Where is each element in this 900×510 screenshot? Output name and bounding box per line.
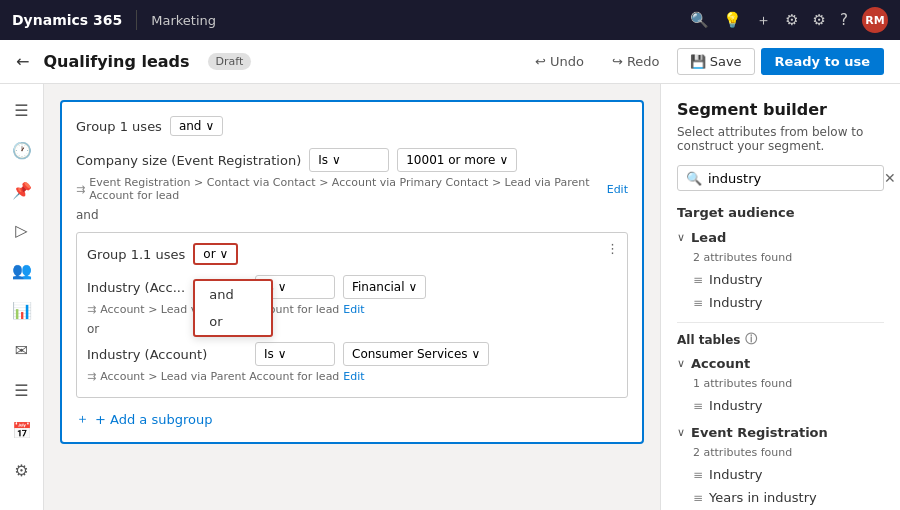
group1-operator-dropdown[interactable]: and ∨ xyxy=(170,116,223,136)
path1-text: Event Registration > Contact via Contact… xyxy=(89,176,602,202)
filter-icon[interactable]: ⚙ xyxy=(785,11,798,29)
condition3-op-select[interactable]: Is ∨ xyxy=(255,342,335,366)
back-button[interactable]: ← xyxy=(16,52,29,71)
event-section-header[interactable]: ∨ Event Registration xyxy=(677,423,884,442)
attribute-icon2: ≡ xyxy=(693,296,703,310)
operator-dropdown-popup: and or xyxy=(193,279,273,337)
subgroup-operator-container: or ∨ and or xyxy=(193,243,238,265)
path3-edit-link[interactable]: Edit xyxy=(343,370,364,383)
path-icon: ⇉ xyxy=(76,183,85,196)
user-avatar[interactable]: RM xyxy=(862,7,888,33)
chevron-down-icon: ∨ xyxy=(499,153,508,167)
subgroup-more-menu[interactable]: ⋮ xyxy=(606,241,619,256)
subgroup1-header: Group 1.1 uses or ∨ and or ⋮ xyxy=(87,243,617,265)
condition2-row: Industry (Acc... Is ∨ Financial ∨ xyxy=(87,275,617,299)
chevron-down-icon: ∨ xyxy=(278,347,287,361)
group1-label: Group 1 uses xyxy=(76,119,162,134)
attribute-icon: ≡ xyxy=(693,273,703,287)
help-icon[interactable]: ? xyxy=(840,11,848,29)
search-box[interactable]: 🔍 ✕ xyxy=(677,165,884,191)
top-navigation: Dynamics 365 Marketing 🔍 💡 ＋ ⚙ ⚙ ? RM xyxy=(0,0,900,40)
path3-text: Account > Lead via Parent Account for le… xyxy=(100,370,339,383)
sidebar-home-icon[interactable]: ☰ xyxy=(4,92,40,128)
account-chevron-icon: ∨ xyxy=(677,357,685,370)
nav-icons: 🔍 💡 ＋ ⚙ ⚙ ? RM xyxy=(690,7,888,33)
ready-to-use-button[interactable]: Ready to use xyxy=(761,48,884,75)
account-section-header[interactable]: ∨ Account xyxy=(677,354,884,373)
lightbulb-icon[interactable]: 💡 xyxy=(723,11,742,29)
sidebar-nav1-icon[interactable]: ▷ xyxy=(4,212,40,248)
chevron-down-icon: ∨ xyxy=(409,280,418,294)
account-count: 1 attributes found xyxy=(677,377,884,390)
path2-row: ⇉ Account > Lead via Parent Account for … xyxy=(87,303,617,316)
event-years-item[interactable]: ≡ Years in industry xyxy=(677,486,884,509)
lead-section-title: Lead xyxy=(691,230,726,245)
sidebar-list-icon[interactable]: ☰ xyxy=(4,372,40,408)
main-area: ☰ 🕐 📌 ▷ 👥 📊 ✉ ☰ 📅 ⚙ Group 1 uses and ∨ C… xyxy=(0,84,900,510)
save-button[interactable]: 💾 Save xyxy=(677,48,755,75)
chevron-down-icon: ∨ xyxy=(205,119,214,133)
sidebar-settings2-icon[interactable]: ⚙ xyxy=(4,452,40,488)
dropdown-item-and[interactable]: and xyxy=(195,281,271,308)
segment-card: Group 1 uses and ∨ Company size (Event R… xyxy=(60,100,644,444)
condition3-row: Industry (Account) Is ∨ Consumer Service… xyxy=(87,342,617,366)
group1-header: Group 1 uses and ∨ xyxy=(76,116,628,136)
lead-industry-item-1[interactable]: ≡ Industry xyxy=(677,268,884,291)
condition2-val[interactable]: Financial ∨ xyxy=(343,275,426,299)
sidebar-recent-icon[interactable]: 🕐 xyxy=(4,132,40,168)
event-industry-item[interactable]: ≡ Industry xyxy=(677,463,884,486)
event-chevron-icon: ∨ xyxy=(677,426,685,439)
path2-edit-link[interactable]: Edit xyxy=(343,303,364,316)
sidebar-left: ☰ 🕐 📌 ▷ 👥 📊 ✉ ☰ 📅 ⚙ xyxy=(0,84,44,510)
lead-section-header[interactable]: ∨ Lead xyxy=(677,228,884,247)
sidebar-people-icon[interactable]: 👥 xyxy=(4,252,40,288)
sidebar-mail-icon[interactable]: ✉ xyxy=(4,332,40,368)
search-input[interactable] xyxy=(708,171,878,186)
chevron-down-icon: ∨ xyxy=(332,153,341,167)
info-icon: ⓘ xyxy=(745,331,757,348)
or-label: or xyxy=(87,322,617,336)
attribute-icon5: ≡ xyxy=(693,491,703,505)
subgroup-label: Group 1.1 uses xyxy=(87,247,185,262)
attribute-icon4: ≡ xyxy=(693,468,703,482)
attribute-icon3: ≡ xyxy=(693,399,703,413)
path-icon3: ⇉ xyxy=(87,370,96,383)
condition1-val[interactable]: 10001 or more ∨ xyxy=(397,148,517,172)
redo-button[interactable]: ↪ Redo xyxy=(601,48,671,75)
plus-icon[interactable]: ＋ xyxy=(756,11,771,30)
search-icon: 🔍 xyxy=(686,171,702,186)
and-label: and xyxy=(76,208,628,222)
brand-name: Dynamics 365 xyxy=(12,12,122,28)
subgroup-op-dropdown[interactable]: or ∨ xyxy=(193,243,238,265)
condition3-label: Industry (Account) xyxy=(87,347,247,362)
sidebar-pin-icon[interactable]: 📌 xyxy=(4,172,40,208)
segment-builder-panel: Segment builder Select attributes from b… xyxy=(660,84,900,510)
path-icon2: ⇉ xyxy=(87,303,96,316)
clear-search-icon[interactable]: ✕ xyxy=(884,170,896,186)
condition1-op-select[interactable]: Is ∨ xyxy=(309,148,389,172)
account-industry-item[interactable]: ≡ Industry xyxy=(677,394,884,417)
lead-industry-item-2[interactable]: ≡ Industry xyxy=(677,291,884,314)
add-icon: ＋ xyxy=(76,410,89,428)
account-section-title: Account xyxy=(691,356,750,371)
panel-subtitle: Select attributes from below to construc… xyxy=(677,125,884,153)
target-audience-label: Target audience xyxy=(677,205,884,220)
main-content: Group 1 uses and ∨ Company size (Event R… xyxy=(44,84,660,510)
toolbar-actions: ↩ Undo ↪ Redo 💾 Save Ready to use xyxy=(524,48,884,75)
sidebar-chart-icon[interactable]: 📊 xyxy=(4,292,40,328)
undo-button[interactable]: ↩ Undo xyxy=(524,48,595,75)
path1-edit-link[interactable]: Edit xyxy=(607,183,628,196)
settings-icon[interactable]: ⚙ xyxy=(813,11,826,29)
condition3-val[interactable]: Consumer Services ∨ xyxy=(343,342,489,366)
save-icon: 💾 xyxy=(690,54,706,69)
sidebar-calendar-icon[interactable]: 📅 xyxy=(4,412,40,448)
event-count: 2 attributes found xyxy=(677,446,884,459)
lead-count: 2 attributes found xyxy=(677,251,884,264)
path3-row: ⇉ Account > Lead via Parent Account for … xyxy=(87,370,617,383)
dropdown-item-or[interactable]: or xyxy=(195,308,271,335)
undo-icon: ↩ xyxy=(535,54,546,69)
add-subgroup-button[interactable]: ＋ + Add a subgroup xyxy=(76,410,628,428)
redo-icon: ↪ xyxy=(612,54,623,69)
search-icon[interactable]: 🔍 xyxy=(690,11,709,29)
all-tables-label: All tables ⓘ xyxy=(677,331,884,348)
